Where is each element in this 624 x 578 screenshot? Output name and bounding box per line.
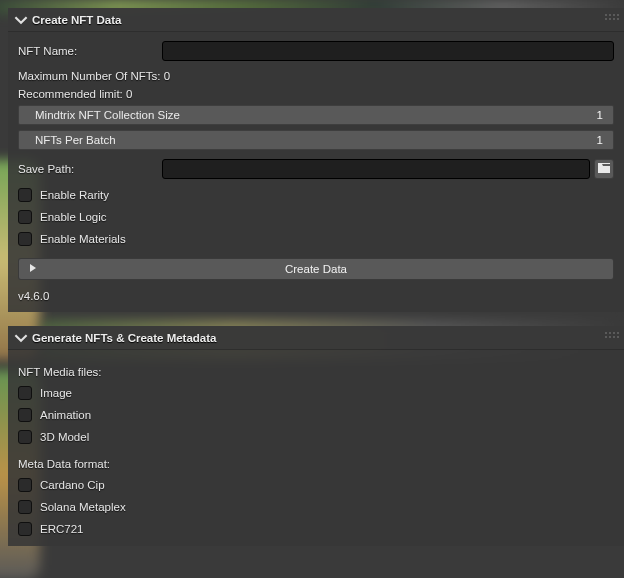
panel-header-generate-nfts[interactable]: Generate NFTs & Create Metadata [8, 326, 624, 350]
panel-body-generate-nfts: NFT Media files: Image Animation 3D Mode… [8, 350, 624, 546]
metadata-format-label: Meta Data format: [18, 458, 614, 470]
checkbox-icon [18, 500, 32, 514]
save-path-label: Save Path: [18, 163, 162, 175]
max-nfts-text: Maximum Number Of NFTs: 0 [18, 70, 614, 82]
checkbox-icon [18, 232, 32, 246]
erc721-label: ERC721 [40, 523, 83, 535]
checkbox-icon [18, 408, 32, 422]
checkbox-icon [18, 210, 32, 224]
checkbox-icon [18, 386, 32, 400]
browse-folder-button[interactable] [594, 159, 614, 179]
chevron-down-icon [14, 331, 28, 345]
drag-handle-icon[interactable] [605, 14, 619, 20]
collection-size-value: 1 [597, 109, 603, 121]
panel-generate-nfts: Generate NFTs & Create Metadata NFT Medi… [8, 326, 624, 546]
create-data-label: Create Data [285, 263, 347, 275]
nfts-per-batch-label: NFTs Per Batch [35, 134, 116, 146]
enable-materials-label: Enable Materials [40, 233, 126, 245]
collection-size-field[interactable]: Mindtrix NFT Collection Size 1 [18, 105, 614, 125]
erc721-checkbox[interactable]: ERC721 [18, 522, 614, 536]
nft-name-label: NFT Name: [18, 45, 162, 57]
nfts-per-batch-value: 1 [597, 134, 603, 146]
drag-handle-icon[interactable] [605, 332, 619, 338]
chevron-down-icon [14, 13, 28, 27]
cardano-label: Cardano Cip [40, 479, 105, 491]
enable-materials-checkbox[interactable]: Enable Materials [18, 232, 614, 246]
save-path-input[interactable] [162, 159, 590, 179]
enable-logic-label: Enable Logic [40, 211, 107, 223]
svg-rect-0 [598, 163, 610, 164]
nft-name-input[interactable] [162, 41, 614, 61]
panel-create-nft-data: Create NFT Data NFT Name: Maximum Number… [8, 8, 624, 312]
panel-body-create-nft-data: NFT Name: Maximum Number Of NFTs: 0 Reco… [8, 32, 624, 312]
animation-checkbox[interactable]: Animation [18, 408, 614, 422]
folder-icon [597, 162, 611, 176]
checkbox-icon [18, 430, 32, 444]
collection-size-label: Mindtrix NFT Collection Size [35, 109, 180, 121]
create-data-button[interactable]: Create Data [18, 258, 614, 280]
nfts-per-batch-field[interactable]: NFTs Per Batch 1 [18, 130, 614, 150]
panel-header-create-nft-data[interactable]: Create NFT Data [8, 8, 624, 32]
panel-title: Create NFT Data [32, 14, 121, 26]
panel-title: Generate NFTs & Create Metadata [32, 332, 216, 344]
enable-rarity-checkbox[interactable]: Enable Rarity [18, 188, 614, 202]
checkbox-icon [18, 478, 32, 492]
enable-rarity-label: Enable Rarity [40, 189, 109, 201]
solana-checkbox[interactable]: Solana Metaplex [18, 500, 614, 514]
checkbox-icon [18, 188, 32, 202]
version-text: v4.6.0 [18, 290, 614, 302]
checkbox-icon [18, 522, 32, 536]
media-files-label: NFT Media files: [18, 366, 614, 378]
image-label: Image [40, 387, 72, 399]
solana-label: Solana Metaplex [40, 501, 126, 513]
recommended-limit-text: Recommended limit: 0 [18, 88, 614, 100]
3d-model-checkbox[interactable]: 3D Model [18, 430, 614, 444]
3d-model-label: 3D Model [40, 431, 89, 443]
cardano-checkbox[interactable]: Cardano Cip [18, 478, 614, 492]
animation-label: Animation [40, 409, 91, 421]
enable-logic-checkbox[interactable]: Enable Logic [18, 210, 614, 224]
play-icon [29, 263, 37, 275]
image-checkbox[interactable]: Image [18, 386, 614, 400]
